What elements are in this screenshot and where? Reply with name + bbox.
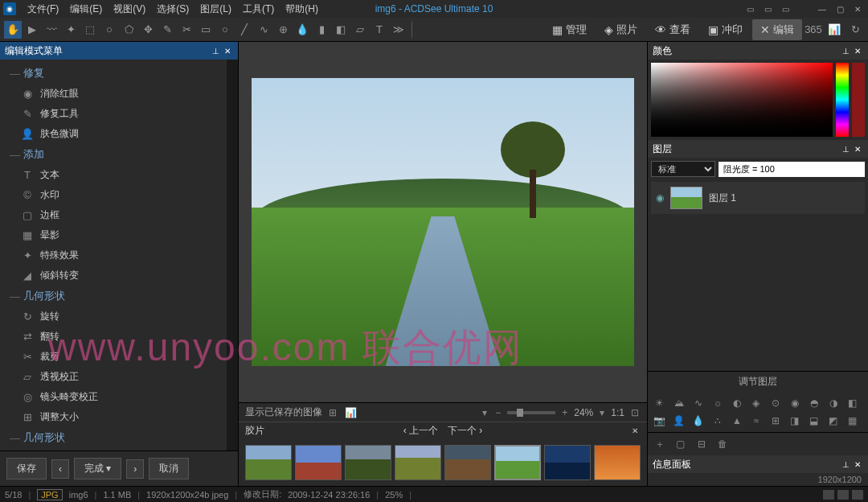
thumbnail[interactable] bbox=[395, 445, 441, 480]
eraser-tool-icon[interactable]: ▱ bbox=[351, 21, 369, 39]
tool-item[interactable]: ◉消除红眼 bbox=[0, 84, 227, 104]
visibility-icon[interactable]: ◉ bbox=[656, 192, 664, 204]
blur-icon[interactable]: ≈ bbox=[747, 413, 765, 429]
person-icon[interactable]: 👤 bbox=[670, 413, 688, 429]
histogram-toggle-icon[interactable]: 📊 bbox=[343, 407, 358, 418]
link-icon[interactable]: ⊟ bbox=[693, 436, 710, 452]
posterize-icon[interactable]: ▦ bbox=[844, 413, 862, 429]
thumbnail[interactable] bbox=[295, 445, 342, 480]
pin-icon[interactable]: ⊥ bbox=[842, 460, 850, 469]
image-canvas[interactable] bbox=[239, 42, 647, 402]
tool-item[interactable]: ▦晕影 bbox=[0, 225, 227, 245]
close-button[interactable]: ✕ bbox=[850, 3, 865, 14]
tool-item[interactable]: ▱透视校正 bbox=[0, 367, 227, 387]
prev-image-button[interactable]: ‹ 上一个 bbox=[403, 424, 438, 438]
zoom-dropdown-icon[interactable]: ▾ bbox=[598, 407, 606, 418]
scrollbar[interactable] bbox=[227, 60, 238, 451]
vibrance-icon[interactable]: ◈ bbox=[747, 395, 765, 411]
zoom-in-icon[interactable]: + bbox=[560, 407, 569, 418]
workspace-btn-2[interactable]: ▭ bbox=[760, 3, 775, 14]
toggle-icon[interactable]: ⊞ bbox=[327, 407, 338, 418]
wb-icon[interactable]: ⊙ bbox=[767, 395, 784, 411]
menu-help[interactable]: 帮助(H) bbox=[280, 1, 323, 18]
group-header[interactable]: 几何形状 bbox=[0, 286, 227, 307]
corner-widget[interactable] bbox=[823, 490, 834, 500]
ratio-label[interactable]: 1:1 bbox=[611, 407, 624, 418]
workspace-btn-1[interactable]: ▭ bbox=[743, 3, 757, 14]
tool-item[interactable]: 👤肤色微调 bbox=[0, 124, 227, 144]
crop-tool-icon[interactable]: ✂ bbox=[178, 21, 195, 39]
shadow-icon[interactable]: ◐ bbox=[728, 395, 746, 411]
sharpen-icon[interactable]: ▲ bbox=[728, 413, 746, 429]
workspace-btn-3[interactable]: ▭ bbox=[778, 3, 792, 14]
wand-tool-icon[interactable]: ✦ bbox=[62, 21, 80, 39]
add-layer-icon[interactable]: ＋ bbox=[651, 436, 669, 452]
layer-row[interactable]: ◉ 图层 1 bbox=[651, 182, 865, 214]
move-tool-icon[interactable]: ✥ bbox=[139, 21, 157, 39]
tool-item[interactable]: ↻旋转 bbox=[0, 307, 227, 327]
mask-icon[interactable]: ▢ bbox=[672, 436, 690, 452]
fit-icon[interactable]: ⊡ bbox=[629, 407, 641, 418]
noise-icon[interactable]: ⊞ bbox=[767, 413, 784, 429]
histogram-icon[interactable]: 📊 bbox=[825, 21, 843, 39]
next-image-button[interactable]: 下一个 › bbox=[448, 424, 482, 438]
maximize-button[interactable]: ▢ bbox=[833, 3, 847, 14]
menu-select[interactable]: 选择(S) bbox=[152, 1, 194, 18]
tool-item[interactable]: ©水印 bbox=[0, 185, 227, 205]
grain-icon[interactable]: ∴ bbox=[709, 413, 727, 429]
mode-manage[interactable]: ▦管理 bbox=[544, 19, 595, 40]
mode-edit[interactable]: ✕编辑 bbox=[752, 19, 802, 40]
zoom-value[interactable]: 24% bbox=[574, 407, 593, 418]
tool-item[interactable]: ▢边框 bbox=[0, 205, 227, 225]
pin-icon[interactable]: ⊥ bbox=[842, 47, 850, 56]
tone-icon[interactable]: ◓ bbox=[805, 395, 823, 411]
pin-icon[interactable]: ⊥ bbox=[842, 145, 850, 154]
text-tool-icon[interactable]: T bbox=[371, 21, 388, 39]
fill-tool-icon[interactable]: ▮ bbox=[313, 21, 330, 39]
close-icon[interactable]: ✕ bbox=[854, 460, 861, 469]
tool-item[interactable]: ✎修复工具 bbox=[0, 104, 227, 124]
zoom-out-icon[interactable]: − bbox=[493, 407, 502, 418]
bw-icon[interactable]: ◧ bbox=[844, 395, 862, 411]
group-header[interactable]: 添加 bbox=[0, 144, 227, 165]
cancel-button[interactable]: 取消 bbox=[149, 458, 189, 479]
hue-slider[interactable] bbox=[836, 63, 849, 137]
zoom-slider[interactable] bbox=[507, 411, 555, 414]
close-icon[interactable]: ✕ bbox=[854, 145, 861, 154]
corner-widget[interactable] bbox=[852, 490, 863, 500]
thumbnail[interactable] bbox=[444, 445, 491, 480]
corner-widget[interactable] bbox=[837, 490, 849, 500]
menu-tools[interactable]: 工具(T) bbox=[238, 1, 279, 18]
saved-image-label[interactable]: 显示已保存的图像 bbox=[245, 405, 322, 419]
blend-mode-select[interactable]: 标准 bbox=[651, 161, 715, 177]
menu-view[interactable]: 视图(V) bbox=[108, 1, 150, 18]
levels-icon[interactable]: ⛰ bbox=[670, 395, 688, 411]
tool-item[interactable]: T文本 bbox=[0, 165, 227, 185]
curves-icon[interactable]: ∿ bbox=[690, 395, 707, 411]
invert-icon[interactable]: ⬓ bbox=[805, 413, 823, 429]
saturation-icon[interactable]: ◑ bbox=[825, 395, 842, 411]
delete-layer-icon[interactable]: 🗑 bbox=[714, 436, 731, 452]
opacity-input[interactable]: 阻光度 = 100 bbox=[719, 162, 865, 177]
stamp-tool-icon[interactable]: ⊕ bbox=[274, 21, 292, 39]
pin-icon[interactable]: ⊥ bbox=[212, 47, 219, 56]
threshold-icon[interactable]: ◩ bbox=[825, 413, 842, 429]
done-button[interactable]: 完成 ▾ bbox=[74, 458, 121, 479]
marquee-tool-icon[interactable]: ⬚ bbox=[81, 21, 99, 39]
exposure-icon[interactable]: ☀ bbox=[651, 395, 669, 411]
polygon-tool-icon[interactable]: ⬠ bbox=[120, 21, 137, 39]
close-filmstrip-icon[interactable]: ✕ bbox=[632, 426, 638, 435]
globe-icon[interactable]: 365 bbox=[805, 21, 822, 39]
color-picker[interactable] bbox=[648, 60, 868, 140]
eyedropper-tool-icon[interactable]: 💧 bbox=[293, 21, 311, 39]
tool-item[interactable]: ⇄翻转 bbox=[0, 327, 227, 347]
pointer-tool-icon[interactable]: ▶ bbox=[23, 21, 41, 39]
thumbnail[interactable] bbox=[594, 445, 641, 480]
minimize-button[interactable]: — bbox=[815, 3, 829, 14]
group-header[interactable]: 几何形状 bbox=[0, 427, 227, 448]
group-header[interactable]: 修复 bbox=[0, 63, 227, 84]
dropdown-icon[interactable]: ▾ bbox=[481, 407, 489, 418]
brush-tool-icon[interactable]: ✎ bbox=[158, 21, 176, 39]
color-icon[interactable]: ◉ bbox=[786, 395, 804, 411]
split-icon[interactable]: ◨ bbox=[786, 413, 804, 429]
